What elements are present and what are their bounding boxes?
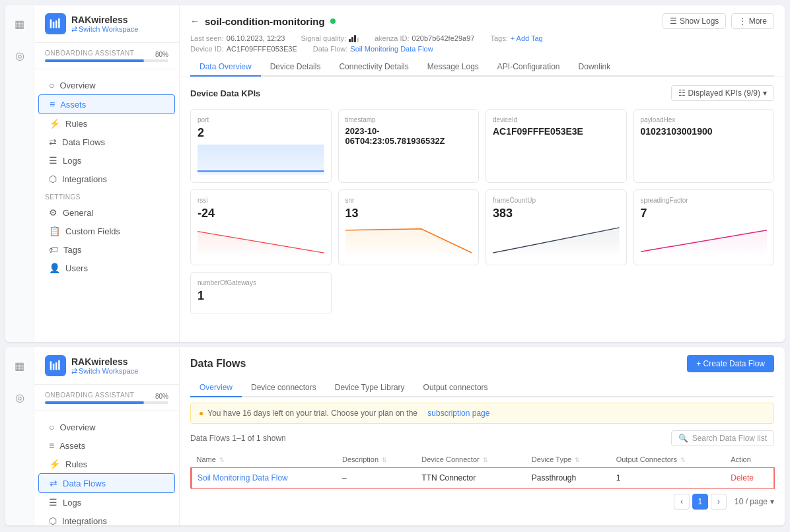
show-logs-button[interactable]: ☰ Show Logs bbox=[663, 13, 726, 29]
sidebar-item-data-flows[interactable]: ⇄ Data Flows bbox=[38, 133, 175, 151]
row-action: Delete bbox=[725, 468, 773, 488]
next-page-button[interactable]: › bbox=[711, 494, 727, 510]
bottom-progress-bar-bg bbox=[45, 401, 168, 404]
prev-page-button[interactable]: ‹ bbox=[674, 494, 690, 510]
col-device-type: Device Type ⇅ bbox=[526, 451, 611, 468]
sidebar-item-overview-label: Overview bbox=[59, 81, 95, 90]
sort-device-type-icon[interactable]: ⇅ bbox=[575, 457, 580, 463]
bottom-icon-1[interactable]: ▦ bbox=[9, 355, 30, 376]
sidebar-item-users[interactable]: 👤 Users bbox=[38, 259, 175, 277]
tab-message-logs[interactable]: Message Logs bbox=[418, 58, 488, 77]
sort-description-icon[interactable]: ⇅ bbox=[382, 457, 387, 463]
custom-fields-icon: 📋 bbox=[49, 226, 60, 236]
kpi-value-payload-hex: 01023103001900 bbox=[641, 126, 768, 137]
sidebar-item-tags[interactable]: 🏷 Tags bbox=[38, 240, 175, 259]
data-flow-link[interactable]: Soil Monitoring Data Flow bbox=[350, 45, 433, 53]
page-1-button[interactable]: 1 bbox=[692, 494, 708, 510]
kpi-card-rssi: rssi -24 bbox=[190, 189, 332, 265]
sidebar-item-users-label: Users bbox=[65, 263, 88, 273]
df-search-box[interactable]: 🔍 Search Data Flow list bbox=[671, 430, 774, 446]
data-flows-tabs: Overview Device connectors Device Type L… bbox=[190, 379, 774, 397]
top-icon-2[interactable]: ◎ bbox=[9, 45, 30, 66]
sort-output-connectors-icon[interactable]: ⇅ bbox=[680, 457, 686, 463]
per-page-chevron[interactable]: ▾ bbox=[770, 497, 774, 506]
sidebar-item-general[interactable]: ⚙ General bbox=[38, 203, 175, 222]
kpi-label-spreading-factor: spreadingFactor bbox=[641, 197, 768, 204]
sidebar-item-logs[interactable]: ☰ Logs bbox=[38, 151, 175, 170]
sidebar-item-assets-label: Assets bbox=[60, 100, 86, 110]
bottom-sidebar-item-rules[interactable]: ⚡ Rules bbox=[38, 455, 175, 473]
svg-rect-13 bbox=[58, 360, 60, 370]
more-button[interactable]: ⋮ More bbox=[731, 13, 774, 29]
overview-icon: ○ bbox=[49, 80, 54, 90]
bottom-onboarding-label: ONBOARDING ASSISTANT bbox=[45, 391, 134, 399]
df-tab-device-connectors[interactable]: Device connectors bbox=[242, 379, 326, 397]
more-dots-icon: ⋮ bbox=[738, 17, 746, 26]
df-tab-overview[interactable]: Overview bbox=[190, 379, 242, 397]
sidebar-item-assets[interactable]: ≡ Assets bbox=[38, 94, 175, 114]
sidebar-item-data-flows-label: Data Flows bbox=[62, 137, 105, 147]
bottom-sidebar-item-overview[interactable]: ○ Overview bbox=[38, 418, 175, 436]
subscription-link[interactable]: subscription page bbox=[427, 409, 489, 418]
svg-marker-9 bbox=[641, 230, 768, 255]
tags-section: Tags: + Add Tag bbox=[490, 34, 542, 42]
df-row-name-link[interactable]: Soil Monitoring Data Flow bbox=[198, 473, 288, 482]
row-output-connectors: 1 bbox=[611, 468, 726, 488]
chevron-down-icon: ▾ bbox=[763, 88, 767, 98]
bottom-brand-logo bbox=[45, 355, 66, 376]
create-data-flow-button[interactable]: + Create Data Flow bbox=[687, 355, 774, 372]
sidebar-item-integrations[interactable]: ⬡ Integrations bbox=[38, 170, 175, 188]
tab-downlink[interactable]: Downlink bbox=[569, 58, 620, 77]
row-description: – bbox=[337, 468, 416, 488]
tags-icon: 🏷 bbox=[49, 244, 58, 255]
switch-workspace-link[interactable]: ⇄ Switch Workspace bbox=[71, 25, 138, 34]
kpi-card-device-id: deviceId AC1F09FFFE053E3E bbox=[485, 109, 627, 183]
kpi-value-number-of-gateways: 1 bbox=[198, 289, 324, 303]
kpi-value-port: 2 bbox=[198, 126, 324, 140]
data-flows-content: Data Flows + Create Data Flow Overview D… bbox=[180, 347, 785, 525]
df-table: Name ⇅ Description ⇅ Device Connector ⇅ bbox=[190, 451, 774, 488]
bottom-side-icon-bar: ▦ ◎ bbox=[5, 347, 34, 525]
sidebar-item-rules[interactable]: ⚡ Rules bbox=[38, 114, 175, 133]
delete-button[interactable]: Delete bbox=[731, 473, 754, 482]
data-flow: Data Flow: Soil Monitoring Data Flow bbox=[313, 45, 433, 53]
sort-name-icon[interactable]: ⇅ bbox=[219, 457, 225, 463]
displayed-kpis-button[interactable]: ☷ Displayed KPIs (9/9) ▾ bbox=[671, 85, 774, 101]
add-tag-button[interactable]: + Add Tag bbox=[511, 34, 543, 42]
back-button[interactable]: ← bbox=[190, 16, 199, 26]
kpi-card-snr: snr 13 bbox=[338, 189, 480, 265]
top-icon-1[interactable]: ▦ bbox=[9, 13, 30, 34]
bottom-switch-workspace-link[interactable]: ⇄ Switch Workspace bbox=[71, 367, 138, 376]
tab-connectivity-details[interactable]: Connectivity Details bbox=[330, 58, 417, 77]
tab-device-details[interactable]: Device Details bbox=[261, 58, 330, 77]
kpi-value-rssi: -24 bbox=[198, 207, 324, 220]
bottom-sidebar-item-assets[interactable]: ≡ Assets bbox=[38, 436, 175, 455]
col-description: Description ⇅ bbox=[337, 451, 416, 468]
tab-api-configuration[interactable]: API-Configuration bbox=[488, 58, 569, 77]
bottom-icon-2[interactable]: ◎ bbox=[9, 387, 30, 408]
logs-icon: ☰ bbox=[49, 155, 57, 166]
svg-rect-4 bbox=[198, 145, 324, 175]
data-flows-title: Data Flows bbox=[190, 358, 246, 370]
users-icon: 👤 bbox=[49, 263, 60, 273]
bottom-sidebar-item-data-flows[interactable]: ⇄ Data Flows bbox=[38, 473, 175, 493]
tab-data-overview[interactable]: Data Overview bbox=[190, 58, 261, 77]
kpi-chart-spreading-factor bbox=[641, 224, 768, 286]
table-row: Soil Monitoring Data Flow – TTN Connecto… bbox=[192, 468, 774, 488]
kpi-label-port: port bbox=[198, 116, 324, 123]
bottom-onboarding-percent: 80% bbox=[155, 393, 168, 400]
onboarding-percent: 80% bbox=[155, 51, 168, 58]
svg-rect-3 bbox=[58, 18, 60, 28]
chart-icon: ☷ bbox=[678, 88, 686, 98]
df-tab-output-connectors[interactable]: Output connectors bbox=[414, 379, 497, 397]
search-icon: 🔍 bbox=[678, 434, 688, 443]
last-seen: Last seen: 06.10.2023, 12:23 bbox=[190, 34, 285, 42]
sidebar-item-custom-fields[interactable]: 📋 Custom Fields bbox=[38, 222, 175, 240]
df-tab-device-type-library[interactable]: Device Type Library bbox=[326, 379, 414, 397]
df-count: Data Flows 1–1 of 1 shown bbox=[190, 434, 286, 443]
bottom-sidebar-item-integrations[interactable]: ⬡ Integrations bbox=[38, 512, 175, 525]
kpi-card-port: port 2 bbox=[190, 109, 332, 183]
sidebar-item-overview[interactable]: ○ Overview bbox=[38, 76, 175, 94]
sort-device-connector-icon[interactable]: ⇅ bbox=[483, 457, 488, 463]
bottom-sidebar-item-logs[interactable]: ☰ Logs bbox=[38, 493, 175, 512]
